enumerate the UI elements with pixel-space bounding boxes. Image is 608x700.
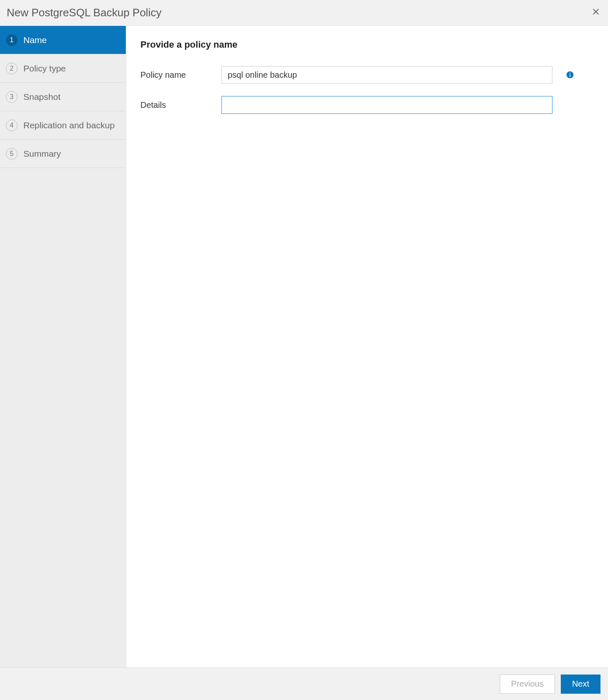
close-icon xyxy=(591,7,600,16)
step-label: Policy type xyxy=(23,64,66,74)
dialog-body: 1 Name 2 Policy type 3 Snapshot 4 Replic… xyxy=(0,26,608,667)
step-number: 2 xyxy=(6,63,18,74)
sidebar-step-replication-backup[interactable]: 4 Replication and backup xyxy=(0,111,126,140)
wizard-sidebar: 1 Name 2 Policy type 3 Snapshot 4 Replic… xyxy=(0,26,126,667)
step-number: 5 xyxy=(6,148,18,160)
step-label: Replication and backup xyxy=(23,120,114,130)
sidebar-step-summary[interactable]: 5 Summary xyxy=(0,140,126,168)
step-label: Snapshot xyxy=(23,92,61,102)
step-number: 1 xyxy=(6,34,18,46)
details-label: Details xyxy=(140,100,221,110)
details-row: Details xyxy=(140,96,594,114)
sidebar-step-name[interactable]: 1 Name xyxy=(0,26,126,54)
policy-name-input-wrap xyxy=(221,66,594,84)
step-label: Name xyxy=(23,35,47,45)
dialog-title: New PostgreSQL Backup Policy xyxy=(7,6,161,19)
details-input-wrap xyxy=(221,96,594,114)
policy-name-row: Policy name xyxy=(140,66,594,84)
step-number: 4 xyxy=(6,120,18,131)
svg-rect-3 xyxy=(570,74,570,77)
main-content: Provide a policy name Policy name Detail… xyxy=(126,26,608,667)
previous-button: Previous xyxy=(500,675,555,694)
details-input[interactable] xyxy=(221,96,552,114)
info-icon[interactable] xyxy=(566,71,574,79)
step-label: Summary xyxy=(23,149,61,159)
dialog-footer: Previous Next xyxy=(0,667,608,700)
policy-name-input[interactable] xyxy=(221,66,552,84)
svg-point-4 xyxy=(570,73,570,74)
next-button[interactable]: Next xyxy=(561,675,600,694)
step-number: 3 xyxy=(6,91,18,103)
content-heading: Provide a policy name xyxy=(140,39,594,50)
dialog-header: New PostgreSQL Backup Policy xyxy=(0,0,608,26)
policy-name-label: Policy name xyxy=(140,70,221,80)
close-button[interactable] xyxy=(591,7,600,18)
sidebar-step-snapshot[interactable]: 3 Snapshot xyxy=(0,83,126,111)
sidebar-step-policy-type[interactable]: 2 Policy type xyxy=(0,54,126,83)
